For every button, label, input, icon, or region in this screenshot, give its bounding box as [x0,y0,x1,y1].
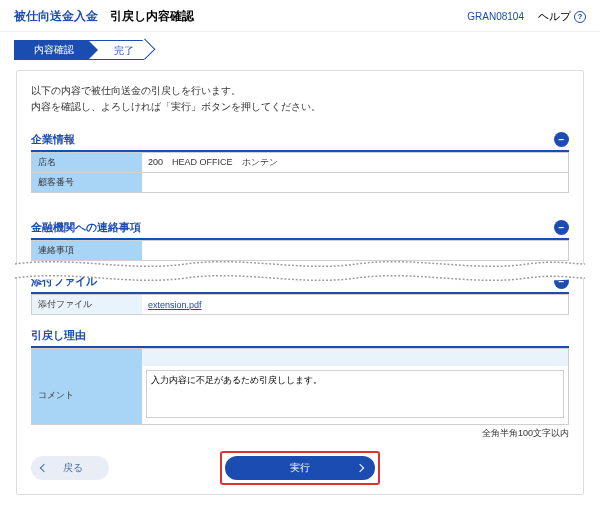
section-reason-title: 引戻し理由 [31,328,569,343]
fi-note-label: 連絡事項 [32,241,142,260]
reason-header-pad-value [142,349,568,366]
help-icon: ? [574,11,586,23]
collapse-company-icon[interactable]: − [554,132,569,147]
comment-textarea[interactable] [146,370,564,418]
screen-id: GRAN08104 [467,11,524,22]
attach-value: extension.pdf [142,295,568,314]
comment-label: コメント [32,366,142,424]
reason-header-pad [32,349,142,366]
help-link[interactable]: ヘルプ ? [538,9,586,24]
comment-note: 全角半角100文字以内 [31,425,569,440]
collapse-attach-icon[interactable]: − [554,274,569,289]
attachment-link[interactable]: extension.pdf [148,300,202,310]
collapse-fi-note-icon[interactable]: − [554,220,569,235]
step-confirm: 内容確認 [14,40,88,60]
intro-line2: 内容を確認し、よろしければ「実行」ボタンを押してください。 [31,99,569,115]
page-title: 引戻し内容確認 [110,8,194,25]
section-fi-note-title: 金融機関への連絡事項 [31,220,554,235]
branch-value: 200 HEAD OFFICE ホンテン [142,153,568,172]
execute-highlight: 実行 [220,451,380,485]
intro-line1: 以下の内容で被仕向送金の引戻しを行います。 [31,83,569,99]
back-button[interactable]: 戻る [31,456,109,480]
attach-label: 添付ファイル [32,295,142,314]
execute-button[interactable]: 実行 [225,456,375,480]
customer-number-label: 顧客番号 [32,173,142,192]
help-label: ヘルプ [538,9,571,24]
customer-number-value [142,173,568,192]
section-attach-title: 添付ファイル [31,274,554,289]
intro-text: 以下の内容で被仕向送金の引戻しを行います。 内容を確認し、よろしければ「実行」ボ… [31,83,569,115]
step-indicator: 内容確認 完了 [0,32,600,70]
branch-label: 店名 [32,153,142,172]
section-company-title: 企業情報 [31,132,554,147]
page-category: 被仕向送金入金 [14,8,98,25]
fi-note-value [142,241,568,260]
